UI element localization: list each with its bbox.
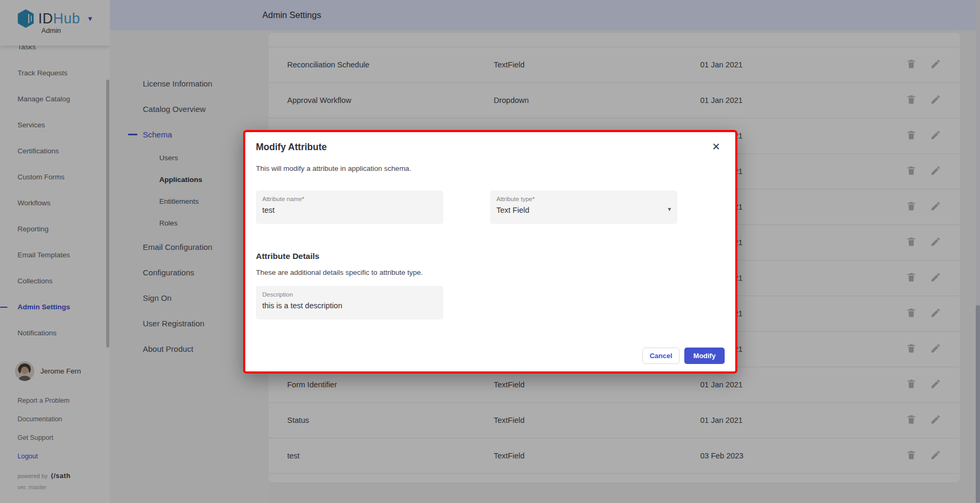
- attribute-type-label: Attribute type*: [496, 196, 671, 202]
- modal-subtitle: This will modify a attribute in applicat…: [256, 164, 411, 172]
- attribute-name-input[interactable]: [262, 206, 422, 214]
- close-icon[interactable]: ✕: [710, 138, 723, 155]
- attribute-details-description: These are additional details specific to…: [256, 268, 423, 276]
- attribute-type-select[interactable]: Attribute type* Text Field ▾: [490, 190, 677, 224]
- attribute-details-heading: Attribute Details: [256, 252, 320, 261]
- attribute-name-field[interactable]: Attribute name*: [256, 190, 443, 224]
- attribute-type-value: Text Field: [496, 206, 656, 214]
- description-field[interactable]: Description: [256, 286, 443, 319]
- description-input[interactable]: [262, 301, 422, 310]
- modify-attribute-modal: Modify Attribute ✕ This will modify a at…: [243, 130, 737, 374]
- description-label: Description: [262, 291, 437, 298]
- cancel-button[interactable]: Cancel: [642, 348, 680, 364]
- modify-button[interactable]: Modify: [684, 348, 725, 364]
- modal-title: Modify Attribute: [256, 142, 327, 153]
- attribute-name-label: Attribute name*: [262, 196, 437, 202]
- app-root: Tasks Track Requests Manage Catalog Serv…: [0, 0, 980, 503]
- dropdown-caret-icon: ▾: [668, 205, 671, 213]
